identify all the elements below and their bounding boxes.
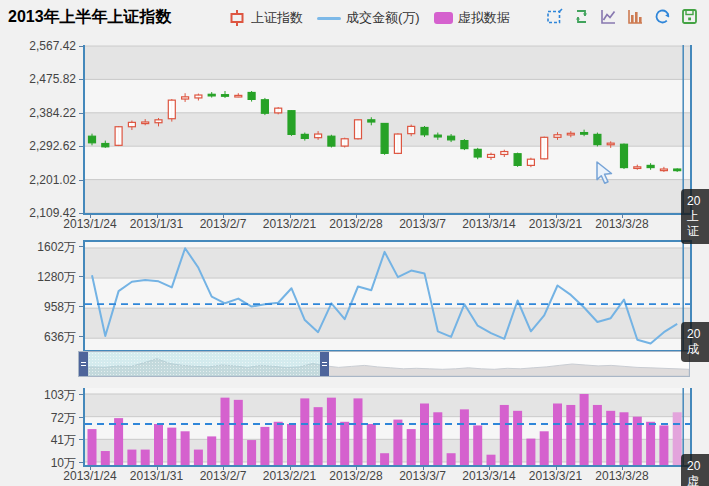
bar-plot [85, 388, 690, 465]
area-zoom-icon[interactable] [545, 7, 564, 26]
app-window: 2013年上半年上证指数 上证指数 成交金额(万) 虚拟数据 [0, 0, 709, 486]
line-legend-icon [317, 17, 341, 20]
candlestick-plot [85, 45, 690, 213]
legend-label: 成交金额(万) [346, 9, 420, 27]
datazoom-handle-left[interactable] [79, 352, 88, 376]
datazoom-slider[interactable] [78, 351, 690, 377]
switch-to-bar-icon[interactable] [626, 7, 645, 26]
candlestick-panel[interactable] [83, 45, 692, 215]
legend-item-virtual-data[interactable]: 虚拟数据 [434, 9, 510, 27]
virtual-data-bar-panel[interactable] [83, 388, 692, 467]
legend-label: 上证指数 [251, 9, 303, 27]
candlestick-legend-icon [228, 10, 246, 26]
page-title: 2013年上半年上证指数 [8, 7, 172, 28]
legend-item-sse-index[interactable]: 上证指数 [228, 9, 303, 27]
restore-icon[interactable] [653, 7, 672, 26]
switch-to-line-icon[interactable] [599, 7, 618, 26]
tooltip-sse-index: 20上证 [681, 189, 709, 244]
legend-item-turnover[interactable]: 成交金额(万) [317, 9, 420, 27]
datazoom-handle-right[interactable] [320, 352, 329, 376]
tooltip-turnover: 20成 [681, 322, 709, 362]
legend-label: 虚拟数据 [458, 9, 510, 27]
bar-legend-icon [434, 12, 453, 24]
line-plot [85, 242, 690, 350]
zoom-refresh-icon[interactable] [572, 7, 591, 26]
turnover-line-panel[interactable] [83, 240, 692, 352]
save-image-icon[interactable] [680, 7, 699, 26]
tooltip-virtual-data: 20虚 [681, 454, 709, 486]
datazoom-selected-range[interactable] [79, 352, 329, 376]
toolbox [545, 7, 699, 26]
legend: 上证指数 成交金额(万) 虚拟数据 [228, 9, 510, 27]
